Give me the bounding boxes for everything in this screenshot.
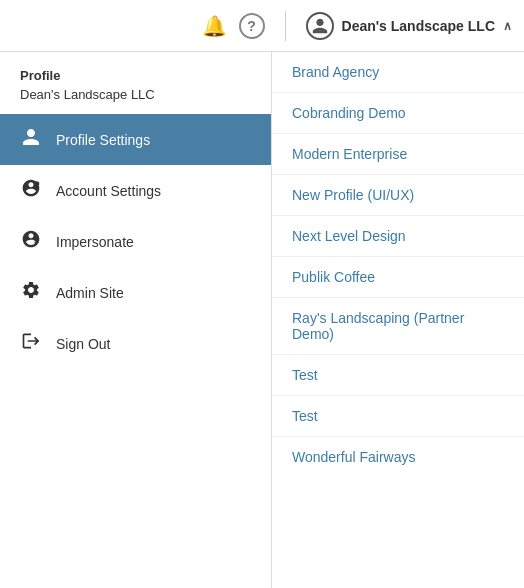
sidebar-menu: Profile Settings Account Settings Impers… bbox=[0, 114, 271, 369]
chevron-up-icon: ∧ bbox=[503, 19, 512, 33]
header-divider bbox=[285, 11, 286, 41]
dropdown-panel: Brand AgencyCobranding DemoModern Enterp… bbox=[272, 52, 524, 588]
dropdown-item[interactable]: Ray's Landscaping (Partner Demo) bbox=[272, 298, 524, 355]
header: 🔔 ? Dean's Landscape LLC ∧ bbox=[0, 0, 524, 52]
dropdown-item[interactable]: Modern Enterprise bbox=[272, 134, 524, 175]
sidebar-item-label: Sign Out bbox=[56, 336, 110, 352]
sidebar-item-label: Account Settings bbox=[56, 183, 161, 199]
sidebar: Profile Dean's Landscape LLC Profile Set… bbox=[0, 52, 272, 588]
sidebar-item-label: Profile Settings bbox=[56, 132, 150, 148]
header-user[interactable]: Dean's Landscape LLC ∧ bbox=[306, 12, 512, 40]
sidebar-item-sign-out[interactable]: Sign Out bbox=[0, 318, 271, 369]
dropdown-item[interactable]: Next Level Design bbox=[272, 216, 524, 257]
bell-icon[interactable]: 🔔 bbox=[202, 14, 227, 38]
sidebar-item-label: Impersonate bbox=[56, 234, 134, 250]
profile-settings-icon bbox=[20, 127, 42, 152]
sidebar-profile-section: Profile Dean's Landscape LLC bbox=[0, 52, 271, 114]
dropdown-item[interactable]: Publik Coffee bbox=[272, 257, 524, 298]
header-user-name: Dean's Landscape LLC bbox=[342, 18, 495, 34]
sidebar-item-profile-settings[interactable]: Profile Settings bbox=[0, 114, 271, 165]
dropdown-item[interactable]: Wonderful Fairways bbox=[272, 437, 524, 477]
dropdown-item[interactable]: Cobranding Demo bbox=[272, 93, 524, 134]
dropdown-item[interactable]: Brand Agency bbox=[272, 52, 524, 93]
user-avatar-icon bbox=[306, 12, 334, 40]
dropdown-item[interactable]: Test bbox=[272, 355, 524, 396]
dropdown-item[interactable]: New Profile (UI/UX) bbox=[272, 175, 524, 216]
sidebar-item-admin-site[interactable]: Admin Site bbox=[0, 267, 271, 318]
sidebar-profile-label: Profile bbox=[20, 68, 251, 83]
sidebar-item-account-settings[interactable]: Account Settings bbox=[0, 165, 271, 216]
main-layout: Profile Dean's Landscape LLC Profile Set… bbox=[0, 52, 524, 588]
dropdown-item[interactable]: Test bbox=[272, 396, 524, 437]
sidebar-item-impersonate[interactable]: Impersonate bbox=[0, 216, 271, 267]
account-settings-icon bbox=[20, 178, 42, 203]
sidebar-profile-name: Dean's Landscape LLC bbox=[20, 87, 251, 102]
header-icons: 🔔 ? Dean's Landscape LLC ∧ bbox=[202, 11, 512, 41]
impersonate-icon bbox=[20, 229, 42, 254]
sign-out-icon bbox=[20, 331, 42, 356]
help-icon[interactable]: ? bbox=[239, 13, 265, 39]
sidebar-item-label: Admin Site bbox=[56, 285, 124, 301]
admin-site-icon bbox=[20, 280, 42, 305]
